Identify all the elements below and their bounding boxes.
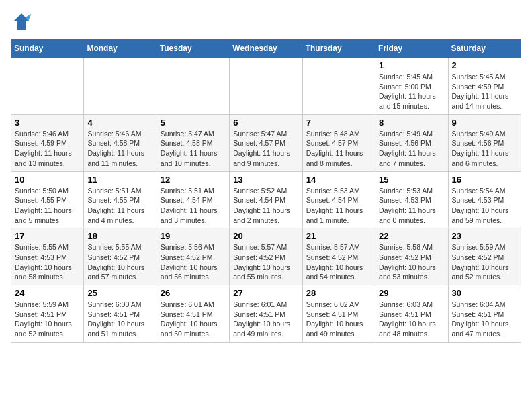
weekday-header: Saturday — [448, 40, 521, 58]
day-info: Sunrise: 6:01 AMSunset: 4:51 PMDaylight:… — [233, 300, 298, 339]
calendar-cell: 27Sunrise: 6:01 AMSunset: 4:51 PMDayligh… — [230, 285, 302, 342]
calendar-cell: 10Sunrise: 5:50 AMSunset: 4:55 PMDayligh… — [11, 171, 84, 228]
calendar-cell: 3Sunrise: 5:46 AMSunset: 4:59 PMDaylight… — [11, 114, 84, 171]
weekday-header: Wednesday — [230, 40, 302, 58]
day-number: 20 — [233, 231, 298, 241]
calendar: SundayMondayTuesdayWednesdayThursdayFrid… — [11, 39, 521, 342]
calendar-cell: 23Sunrise: 5:59 AMSunset: 4:52 PMDayligh… — [448, 228, 521, 285]
day-number: 13 — [233, 175, 298, 185]
day-info: Sunrise: 5:53 AMSunset: 4:54 PMDaylight:… — [306, 186, 371, 226]
calendar-cell: 2Sunrise: 5:45 AMSunset: 4:59 PMDaylight… — [448, 58, 521, 115]
weekday-header: Friday — [375, 40, 448, 58]
calendar-cell — [230, 58, 302, 115]
day-info: Sunrise: 5:47 AMSunset: 4:57 PMDaylight:… — [233, 129, 298, 169]
calendar-cell: 4Sunrise: 5:46 AMSunset: 4:58 PMDaylight… — [84, 114, 157, 171]
day-number: 16 — [452, 175, 517, 185]
calendar-cell: 28Sunrise: 6:02 AMSunset: 4:51 PMDayligh… — [302, 285, 375, 342]
svg-marker-0 — [13, 13, 30, 30]
day-number: 26 — [161, 288, 226, 298]
calendar-week-row: 24Sunrise: 5:59 AMSunset: 4:51 PMDayligh… — [11, 285, 521, 342]
day-number: 18 — [87, 231, 152, 241]
logo-icon — [11, 11, 32, 32]
day-number: 7 — [306, 118, 371, 128]
calendar-cell: 19Sunrise: 5:56 AMSunset: 4:52 PMDayligh… — [157, 228, 229, 285]
calendar-cell: 21Sunrise: 5:57 AMSunset: 4:52 PMDayligh… — [302, 228, 375, 285]
day-info: Sunrise: 5:58 AMSunset: 4:52 PMDaylight:… — [379, 242, 444, 282]
day-info: Sunrise: 5:48 AMSunset: 4:57 PMDaylight:… — [306, 129, 371, 169]
day-number: 22 — [379, 231, 444, 241]
day-info: Sunrise: 5:56 AMSunset: 4:52 PMDaylight:… — [161, 242, 226, 282]
calendar-cell — [11, 58, 84, 115]
day-number: 10 — [15, 175, 80, 185]
day-info: Sunrise: 5:51 AMSunset: 4:55 PMDaylight:… — [87, 186, 152, 226]
weekday-header: Tuesday — [157, 40, 229, 58]
day-info: Sunrise: 5:59 AMSunset: 4:51 PMDaylight:… — [15, 300, 80, 339]
calendar-cell: 8Sunrise: 5:49 AMSunset: 4:56 PMDaylight… — [375, 114, 448, 171]
day-number: 3 — [15, 118, 80, 128]
calendar-cell: 5Sunrise: 5:47 AMSunset: 4:58 PMDaylight… — [157, 114, 229, 171]
day-number: 19 — [161, 231, 226, 241]
header — [11, 11, 521, 32]
day-info: Sunrise: 5:55 AMSunset: 4:53 PMDaylight:… — [15, 242, 80, 282]
weekday-header: Sunday — [11, 40, 84, 58]
day-info: Sunrise: 6:00 AMSunset: 4:51 PMDaylight:… — [87, 300, 152, 339]
day-info: Sunrise: 5:54 AMSunset: 4:53 PMDaylight:… — [452, 186, 517, 226]
calendar-cell: 22Sunrise: 5:58 AMSunset: 4:52 PMDayligh… — [375, 228, 448, 285]
calendar-cell: 9Sunrise: 5:49 AMSunset: 4:56 PMDaylight… — [448, 114, 521, 171]
calendar-cell: 12Sunrise: 5:51 AMSunset: 4:54 PMDayligh… — [157, 171, 229, 228]
day-number: 30 — [452, 288, 517, 298]
day-info: Sunrise: 5:53 AMSunset: 4:53 PMDaylight:… — [379, 186, 444, 226]
day-number: 21 — [306, 231, 371, 241]
day-info: Sunrise: 5:46 AMSunset: 4:58 PMDaylight:… — [87, 129, 152, 169]
day-info: Sunrise: 5:45 AMSunset: 4:59 PMDaylight:… — [452, 72, 517, 111]
day-info: Sunrise: 5:49 AMSunset: 4:56 PMDaylight:… — [379, 129, 444, 169]
weekday-header: Monday — [84, 40, 157, 58]
day-number: 23 — [452, 231, 517, 241]
calendar-week-row: 3Sunrise: 5:46 AMSunset: 4:59 PMDaylight… — [11, 114, 521, 171]
logo — [11, 11, 35, 32]
day-info: Sunrise: 5:55 AMSunset: 4:52 PMDaylight:… — [87, 242, 152, 282]
calendar-cell: 6Sunrise: 5:47 AMSunset: 4:57 PMDaylight… — [230, 114, 302, 171]
day-number: 4 — [87, 118, 152, 128]
day-number: 12 — [161, 175, 226, 185]
calendar-week-row: 10Sunrise: 5:50 AMSunset: 4:55 PMDayligh… — [11, 171, 521, 228]
day-info: Sunrise: 5:47 AMSunset: 4:58 PMDaylight:… — [161, 129, 226, 169]
calendar-week-row: 1Sunrise: 5:45 AMSunset: 5:00 PMDaylight… — [11, 58, 521, 115]
weekday-header: Thursday — [302, 40, 375, 58]
calendar-cell: 18Sunrise: 5:55 AMSunset: 4:52 PMDayligh… — [84, 228, 157, 285]
calendar-cell — [84, 58, 157, 115]
calendar-cell: 24Sunrise: 5:59 AMSunset: 4:51 PMDayligh… — [11, 285, 84, 342]
calendar-cell: 13Sunrise: 5:52 AMSunset: 4:54 PMDayligh… — [230, 171, 302, 228]
calendar-cell: 20Sunrise: 5:57 AMSunset: 4:52 PMDayligh… — [230, 228, 302, 285]
day-number: 15 — [379, 175, 444, 185]
day-number: 2 — [452, 60, 517, 71]
day-info: Sunrise: 5:50 AMSunset: 4:55 PMDaylight:… — [15, 186, 80, 226]
day-info: Sunrise: 5:57 AMSunset: 4:52 PMDaylight:… — [306, 242, 371, 282]
day-info: Sunrise: 5:52 AMSunset: 4:54 PMDaylight:… — [233, 186, 298, 226]
day-info: Sunrise: 5:57 AMSunset: 4:52 PMDaylight:… — [233, 242, 298, 282]
weekday-header-row: SundayMondayTuesdayWednesdayThursdayFrid… — [11, 40, 521, 58]
day-info: Sunrise: 5:45 AMSunset: 5:00 PMDaylight:… — [379, 72, 444, 111]
day-number: 1 — [379, 60, 444, 71]
calendar-cell: 25Sunrise: 6:00 AMSunset: 4:51 PMDayligh… — [84, 285, 157, 342]
day-info: Sunrise: 5:49 AMSunset: 4:56 PMDaylight:… — [452, 129, 517, 169]
calendar-cell: 30Sunrise: 6:04 AMSunset: 4:51 PMDayligh… — [448, 285, 521, 342]
day-number: 9 — [452, 118, 517, 128]
calendar-cell — [302, 58, 375, 115]
day-info: Sunrise: 5:51 AMSunset: 4:54 PMDaylight:… — [161, 186, 226, 226]
day-number: 25 — [87, 288, 152, 298]
day-info: Sunrise: 5:59 AMSunset: 4:52 PMDaylight:… — [452, 242, 517, 282]
calendar-cell: 14Sunrise: 5:53 AMSunset: 4:54 PMDayligh… — [302, 171, 375, 228]
calendar-cell: 1Sunrise: 5:45 AMSunset: 5:00 PMDaylight… — [375, 58, 448, 115]
day-info: Sunrise: 6:03 AMSunset: 4:51 PMDaylight:… — [379, 300, 444, 339]
calendar-cell: 26Sunrise: 6:01 AMSunset: 4:51 PMDayligh… — [157, 285, 229, 342]
day-info: Sunrise: 6:01 AMSunset: 4:51 PMDaylight:… — [161, 300, 226, 339]
calendar-cell: 7Sunrise: 5:48 AMSunset: 4:57 PMDaylight… — [302, 114, 375, 171]
day-number: 14 — [306, 175, 371, 185]
day-number: 29 — [379, 288, 444, 298]
day-number: 27 — [233, 288, 298, 298]
day-number: 11 — [87, 175, 152, 185]
calendar-cell: 17Sunrise: 5:55 AMSunset: 4:53 PMDayligh… — [11, 228, 84, 285]
calendar-cell: 29Sunrise: 6:03 AMSunset: 4:51 PMDayligh… — [375, 285, 448, 342]
day-info: Sunrise: 5:46 AMSunset: 4:59 PMDaylight:… — [15, 129, 80, 169]
